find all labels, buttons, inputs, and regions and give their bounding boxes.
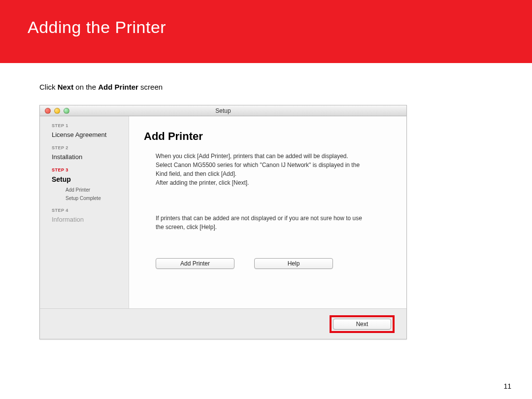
body-text-2: If printers that can be added are not di…	[156, 214, 363, 232]
slide: Adding the Printer Click Next on the Add…	[0, 0, 532, 399]
instruction-suffix: screen	[138, 83, 163, 91]
step2-label: STEP 2	[52, 145, 124, 150]
help-button[interactable]: Help	[254, 258, 333, 269]
close-icon[interactable]	[45, 108, 51, 114]
instruction-text: Click Next on the Add Printer screen	[39, 83, 532, 91]
add-printer-button[interactable]: Add Printer	[156, 258, 234, 269]
window-titlebar: Setup	[40, 105, 406, 116]
instruction-prefix: Click	[39, 83, 58, 91]
main-panel: Add Printer When you click [Add Printer]…	[129, 116, 406, 308]
header-band: Adding the Printer	[0, 0, 532, 63]
footer-bar: Next	[40, 308, 406, 339]
next-button[interactable]: Next	[333, 319, 391, 330]
substep-add-printer: Add Printer	[66, 187, 124, 193]
step2-name: Installation	[52, 153, 124, 161]
instruction-bold-next: Next	[58, 83, 74, 91]
button-row: Add Printer Help	[156, 258, 392, 269]
page-number: 11	[503, 382, 511, 390]
step1-name: License Agreement	[52, 131, 124, 138]
body-text-1: When you click [Add Printer], printers t…	[156, 152, 363, 187]
step1-label: STEP 1	[52, 123, 124, 128]
instruction-bold-addprinter: Add Printer	[98, 83, 138, 91]
step4-name: Information	[52, 216, 124, 223]
instruction-mid: on the	[73, 83, 98, 91]
main-heading: Add Printer	[144, 130, 392, 143]
step3-label: STEP 3	[52, 167, 124, 172]
setup-window: Setup STEP 1 License Agreement STEP 2 In…	[39, 105, 407, 339]
zoom-icon[interactable]	[64, 108, 69, 114]
traffic-lights	[40, 108, 69, 114]
step3-name: Setup	[52, 175, 124, 183]
substep-setup-complete: Setup Complete	[66, 196, 124, 201]
window-body: STEP 1 License Agreement STEP 2 Installa…	[40, 116, 406, 308]
substeps: Add Printer Setup Complete	[66, 187, 124, 201]
sidebar: STEP 1 License Agreement STEP 2 Installa…	[40, 116, 129, 308]
minimize-icon[interactable]	[54, 108, 60, 114]
slide-title: Adding the Printer	[28, 18, 532, 37]
next-button-highlight: Next	[330, 315, 395, 333]
step4-label: STEP 4	[52, 208, 124, 213]
window-title: Setup	[215, 107, 231, 114]
content-area: Click Next on the Add Printer screen Set…	[0, 63, 532, 339]
